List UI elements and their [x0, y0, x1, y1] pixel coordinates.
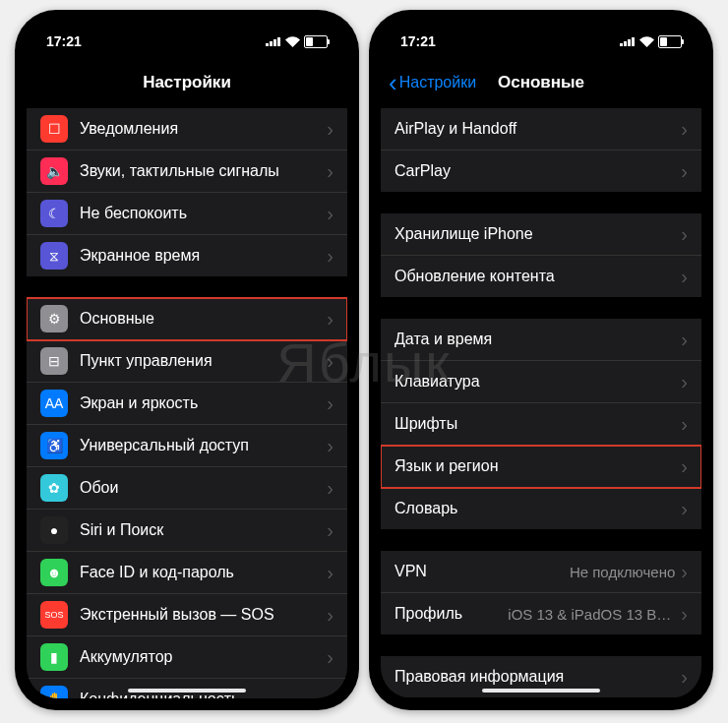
chevron-right-icon: › [327, 350, 334, 373]
row-keyboard[interactable]: Клавиатура› [381, 361, 701, 403]
row-label: Пункт управления [80, 352, 327, 370]
row-label: Профиль [394, 605, 508, 623]
dnd-icon: ☾ [40, 200, 68, 227]
row-datetime[interactable]: Дата и время› [381, 319, 701, 361]
row-label: Универсальный доступ [80, 437, 327, 454]
chevron-right-icon: › [681, 413, 688, 436]
cellular-icon [266, 36, 281, 46]
row-detail: Не подключено [570, 564, 675, 580]
chevron-right-icon: › [327, 245, 334, 268]
row-label: Обновление контента [394, 268, 681, 285]
sounds-icon: 🔈 [40, 157, 68, 185]
sos-icon: SOS [40, 601, 68, 629]
row-accessibility[interactable]: ♿Универсальный доступ› [27, 425, 347, 467]
svg-rect-0 [266, 43, 269, 46]
row-language[interactable]: Язык и регион› [381, 446, 701, 488]
wifi-icon [285, 36, 300, 47]
row-label: VPN [394, 563, 570, 580]
chevron-right-icon: › [327, 203, 334, 225]
chevron-right-icon: › [327, 646, 334, 669]
chevron-right-icon: › [681, 371, 688, 393]
row-profile[interactable]: ПрофильiOS 13 & iPadOS 13 Beta Software.… [381, 593, 701, 634]
chevron-right-icon: › [681, 223, 688, 246]
chevron-right-icon: › [681, 266, 688, 288]
battery-icon [658, 35, 682, 48]
row-label: CarPlay [394, 162, 681, 180]
row-wallpaper[interactable]: ✿Обои› [27, 467, 347, 510]
chevron-right-icon: › [681, 160, 688, 183]
row-vpn[interactable]: VPNНе подключено› [381, 551, 701, 593]
row-label: Уведомления [80, 120, 327, 138]
page-title-right: ‹ Настройки Основные [381, 61, 701, 104]
row-battery[interactable]: ▮Аккумулятор› [27, 636, 347, 679]
home-indicator[interactable] [128, 689, 246, 693]
row-label: Хранилище iPhone [394, 225, 681, 243]
faceid-icon: ☻ [40, 559, 68, 586]
control-center-icon: ⊟ [40, 347, 68, 375]
chevron-right-icon: › [327, 435, 334, 457]
row-label: Обои [80, 479, 327, 497]
row-dnd[interactable]: ☾Не беспокоить› [27, 193, 347, 235]
chevron-left-icon: ‹ [389, 70, 397, 95]
svg-rect-6 [628, 39, 631, 46]
phone-right: 17:21 ‹ Настройки Основные AirPlay и Han… [369, 10, 713, 710]
row-airplay[interactable]: AirPlay и Handoff› [381, 108, 701, 151]
row-faceid[interactable]: ☻Face ID и код-пароль› [27, 552, 347, 594]
row-screentime[interactable]: ⧖Экранное время› [27, 235, 347, 276]
notch [108, 22, 266, 47]
time: 17:21 [46, 33, 82, 49]
wifi-icon [639, 36, 654, 47]
chevron-right-icon: › [327, 519, 334, 542]
row-label: Клавиатура [394, 373, 681, 391]
row-carplay[interactable]: CarPlay› [381, 151, 701, 192]
row-detail: iOS 13 & iPadOS 13 Beta Software... [508, 606, 675, 623]
home-indicator[interactable] [482, 689, 600, 693]
chevron-right-icon: › [681, 118, 688, 141]
privacy-icon: ✋ [40, 686, 68, 698]
siri-icon: ● [40, 516, 68, 544]
notch [462, 22, 620, 47]
svg-rect-1 [270, 41, 273, 46]
row-background[interactable]: Обновление контента› [381, 256, 701, 297]
row-notifications[interactable]: ☐Уведомления› [27, 108, 347, 151]
row-sos[interactable]: SOSЭкстренный вызов — SOS› [27, 594, 347, 636]
row-sounds[interactable]: 🔈Звуки, тактильные сигналы› [27, 151, 347, 193]
row-label: Siri и Поиск [80, 521, 327, 539]
general-list[interactable]: AirPlay и Handoff›CarPlay›Хранилище iPho… [381, 104, 701, 698]
row-fonts[interactable]: Шрифты› [381, 403, 701, 446]
row-label: Язык и регион [394, 457, 681, 475]
svg-rect-7 [632, 37, 635, 46]
row-display[interactable]: AAЭкран и яркость› [27, 383, 347, 425]
chevron-right-icon: › [327, 562, 334, 584]
chevron-right-icon: › [681, 666, 688, 689]
battery-icon: ▮ [40, 643, 68, 671]
chevron-right-icon: › [327, 160, 334, 183]
chevron-right-icon: › [681, 329, 688, 351]
time: 17:21 [400, 33, 436, 49]
screentime-icon: ⧖ [40, 242, 68, 270]
settings-list[interactable]: ☐Уведомления›🔈Звуки, тактильные сигналы›… [27, 104, 347, 698]
back-button[interactable]: ‹ Настройки [389, 70, 476, 95]
row-general[interactable]: ⚙Основные› [27, 298, 347, 340]
chevron-right-icon: › [327, 477, 334, 500]
row-label: Основные [80, 310, 327, 328]
chevron-right-icon: › [327, 604, 334, 627]
row-label: Аккумулятор [80, 648, 327, 666]
chevron-right-icon: › [327, 689, 334, 699]
row-siri[interactable]: ●Siri и Поиск› [27, 510, 347, 552]
chevron-right-icon: › [681, 455, 688, 478]
row-label: Не беспокоить [80, 205, 327, 222]
row-label: Экстренный вызов — SOS [80, 606, 327, 624]
row-label: Face ID и код-пароль [80, 564, 327, 581]
chevron-right-icon: › [681, 603, 688, 626]
row-label: Экранное время [80, 247, 327, 265]
row-storage[interactable]: Хранилище iPhone› [381, 213, 701, 256]
page-title-left: Настройки [27, 61, 347, 104]
accessibility-icon: ♿ [40, 432, 68, 459]
row-label: Словарь [394, 500, 681, 517]
phone-left: 17:21 Настройки ☐Уведомления›🔈Звуки, так… [15, 10, 359, 710]
row-dictionary[interactable]: Словарь› [381, 488, 701, 529]
row-label: Шрифты [394, 415, 681, 433]
row-control-center[interactable]: ⊟Пункт управления› [27, 340, 347, 383]
row-label: Звуки, тактильные сигналы [80, 162, 327, 180]
